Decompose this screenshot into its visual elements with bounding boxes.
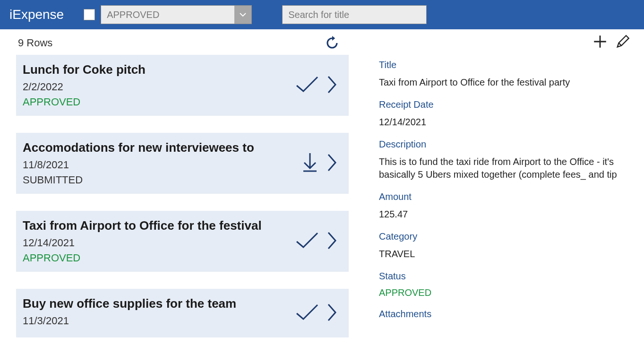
approve-button[interactable] bbox=[295, 231, 319, 252]
value-category: TRAVEL bbox=[379, 248, 625, 260]
check-icon bbox=[295, 75, 319, 94]
value-amount: 125.47 bbox=[379, 208, 625, 221]
edit-button[interactable] bbox=[615, 34, 631, 52]
chevron-right-icon bbox=[327, 231, 337, 250]
expense-card[interactable]: Lunch for Coke pitch2/2/2022APPROVED bbox=[16, 55, 349, 116]
check-icon bbox=[295, 231, 319, 250]
open-detail-button[interactable] bbox=[327, 75, 337, 96]
expense-card-text: Buy new office supplies for the team11/3… bbox=[23, 296, 295, 330]
label-category: Category bbox=[379, 231, 625, 242]
expense-date: 11/3/2021 bbox=[23, 315, 295, 327]
value-receipt-date: 12/14/2021 bbox=[379, 116, 625, 129]
refresh-button[interactable] bbox=[325, 36, 339, 50]
approve-button[interactable] bbox=[295, 75, 319, 96]
plus-icon bbox=[592, 34, 608, 50]
expense-status: APPROVED bbox=[23, 96, 295, 108]
expense-date: 2/2/2022 bbox=[23, 81, 295, 93]
app-header: iExpense APPROVED bbox=[0, 0, 644, 29]
expense-detail-pane: Title Taxi from Airport to Office for th… bbox=[357, 29, 644, 346]
label-status: Status bbox=[379, 271, 625, 282]
approve-button[interactable] bbox=[295, 303, 319, 324]
expense-card-actions bbox=[301, 140, 337, 186]
open-detail-button[interactable] bbox=[327, 153, 337, 174]
label-description: Description bbox=[379, 139, 625, 150]
pencil-icon bbox=[615, 34, 631, 50]
expense-status: SUBMITTED bbox=[23, 174, 301, 186]
add-button[interactable] bbox=[592, 34, 608, 52]
chevron-right-icon bbox=[327, 75, 337, 94]
expense-title: Taxi from Airport to Office for the fest… bbox=[23, 218, 295, 233]
search-input[interactable] bbox=[282, 5, 427, 24]
expense-card[interactable]: Buy new office supplies for the team11/3… bbox=[16, 289, 349, 337]
expense-card-text: Accomodations for new interviewees to11/… bbox=[23, 140, 301, 186]
expense-card-actions bbox=[295, 296, 337, 330]
row-count: 9 Rows bbox=[18, 37, 52, 49]
value-status: APPROVED bbox=[379, 287, 625, 298]
download-button[interactable] bbox=[301, 152, 319, 175]
status-filter-select[interactable]: APPROVED bbox=[101, 5, 252, 24]
expense-date: 12/14/2021 bbox=[23, 237, 295, 249]
chevron-right-icon bbox=[327, 153, 337, 172]
chevron-right-icon bbox=[327, 303, 337, 322]
expense-card-text: Taxi from Airport to Office for the fest… bbox=[23, 218, 295, 264]
open-detail-button[interactable] bbox=[327, 303, 337, 324]
chevron-down-icon bbox=[234, 6, 251, 24]
expense-title: Accomodations for new interviewees to bbox=[23, 140, 301, 155]
expense-title: Lunch for Coke pitch bbox=[23, 62, 295, 77]
download-icon bbox=[301, 152, 319, 173]
label-attachments: Attachments bbox=[379, 309, 625, 320]
content-area: 9 Rows Lunch for Coke pitch2/2/2022APPRO… bbox=[0, 29, 644, 346]
label-amount: Amount bbox=[379, 191, 625, 202]
expense-card-text: Lunch for Coke pitch2/2/2022APPROVED bbox=[23, 62, 295, 108]
check-icon bbox=[295, 303, 319, 322]
detail-toolbar bbox=[357, 29, 644, 56]
app-title: iExpense bbox=[9, 7, 64, 22]
expense-card-actions bbox=[295, 218, 337, 264]
open-detail-button[interactable] bbox=[327, 231, 337, 252]
expense-list[interactable]: Lunch for Coke pitch2/2/2022APPROVEDAcco… bbox=[0, 55, 357, 346]
detail-body[interactable]: Title Taxi from Airport to Office for th… bbox=[357, 56, 644, 346]
expense-card-actions bbox=[295, 62, 337, 108]
expense-list-pane: 9 Rows Lunch for Coke pitch2/2/2022APPRO… bbox=[0, 29, 357, 346]
value-description: This is to fund the taxi ride from Airpo… bbox=[379, 156, 625, 181]
filter-checkbox[interactable] bbox=[84, 9, 95, 20]
expense-card[interactable]: Accomodations for new interviewees to11/… bbox=[16, 133, 349, 194]
value-title: Taxi from Airport to Office for the fest… bbox=[379, 76, 625, 89]
label-title: Title bbox=[379, 60, 625, 70]
label-receipt-date: Receipt Date bbox=[379, 99, 625, 110]
expense-date: 11/8/2021 bbox=[23, 159, 301, 171]
status-filter-value: APPROVED bbox=[107, 9, 159, 20]
refresh-icon bbox=[325, 36, 339, 50]
expense-title: Buy new office supplies for the team bbox=[23, 296, 295, 311]
expense-card[interactable]: Taxi from Airport to Office for the fest… bbox=[16, 211, 349, 272]
list-header: 9 Rows bbox=[0, 29, 357, 55]
expense-status: APPROVED bbox=[23, 252, 295, 264]
